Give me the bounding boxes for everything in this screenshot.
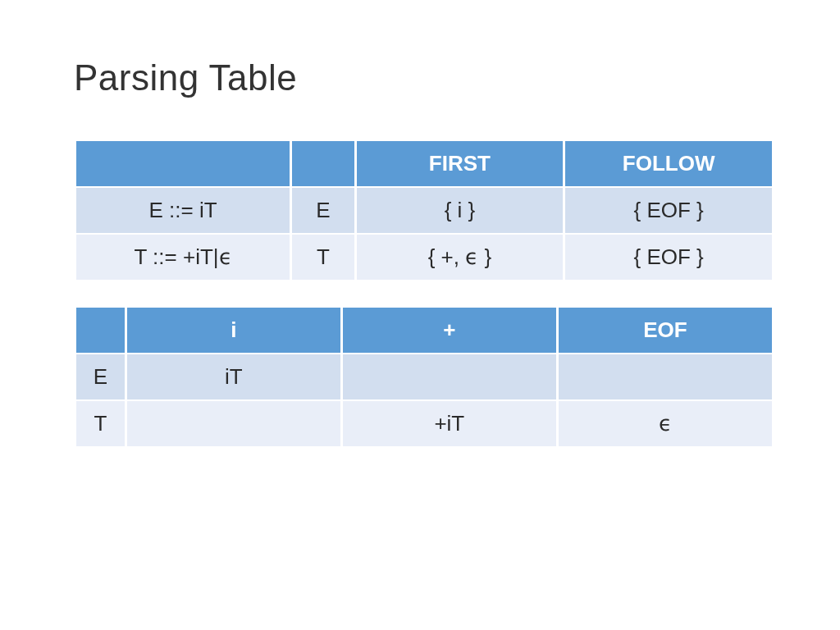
header-plus: + [343, 308, 556, 353]
table-header-row: FIRST FOLLOW [76, 141, 772, 186]
header-first: FIRST [357, 141, 564, 186]
header-blank-1 [76, 141, 290, 186]
first-follow-table: FIRST FOLLOW E ::= iT E { i } { EOF } T … [74, 139, 774, 281]
cell-nt: T [76, 401, 125, 446]
cell-nt: E [76, 354, 125, 399]
header-eof: EOF [559, 308, 772, 353]
slide-container: Parsing Table FIRST FOLLOW E ::= iT E { … [0, 0, 840, 448]
table-row: E ::= iT E { i } { EOF } [76, 188, 772, 233]
cell-grammar: T ::= +iT|ϵ [76, 235, 290, 280]
cell-follow: { EOF } [565, 235, 772, 280]
header-blank-2 [292, 141, 354, 186]
cell-eof: ϵ [559, 401, 772, 446]
cell-grammar: E ::= iT [76, 188, 290, 233]
table-row: T ::= +iT|ϵ T { +, ϵ } { EOF } [76, 235, 772, 280]
cell-nt: T [292, 235, 354, 280]
cell-i: iT [127, 354, 340, 399]
cell-plus: +iT [343, 401, 556, 446]
table-row: E iT [76, 354, 772, 399]
cell-nt: E [292, 188, 354, 233]
header-follow: FOLLOW [565, 141, 772, 186]
cell-first: { +, ϵ } [357, 235, 564, 280]
table-header-row: i + EOF [76, 308, 772, 353]
table-row: T +iT ϵ [76, 401, 772, 446]
cell-first: { i } [357, 188, 564, 233]
cell-follow: { EOF } [565, 188, 772, 233]
cell-eof [559, 354, 772, 399]
header-i: i [127, 308, 340, 353]
header-blank [76, 308, 125, 353]
cell-plus [343, 354, 556, 399]
cell-i [127, 401, 340, 446]
parsing-table: i + EOF E iT T +iT ϵ [74, 306, 774, 448]
slide-title: Parsing Table [74, 57, 774, 98]
